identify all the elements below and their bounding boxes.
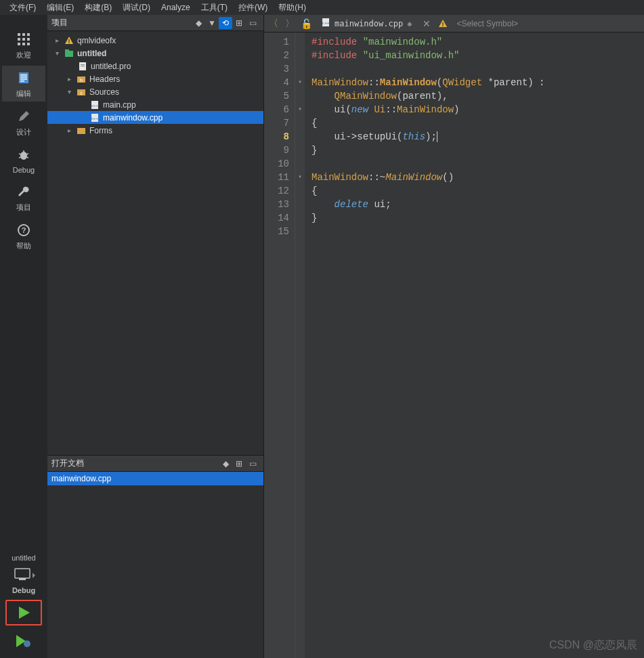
split-icon[interactable]: ⊞ — [232, 458, 246, 470]
pencil-icon — [16, 108, 32, 125]
split-icon[interactable]: ⊞ — [232, 17, 246, 29]
tree-label: Forms — [89, 126, 112, 135]
lock-icon[interactable]: 🔓 — [299, 17, 313, 30]
svg-rect-10 — [20, 74, 27, 76]
svg-rect-34 — [81, 66, 85, 66]
tree-item-sources[interactable]: ▾ c Sources — [47, 85, 263, 98]
svg-text:!: ! — [68, 38, 70, 45]
document-icon — [16, 70, 32, 86]
open-docs-header: 打开文档 ◆ ⊞ ▭ — [47, 456, 263, 472]
svg-rect-4 — [22, 38, 25, 41]
menu-build[interactable]: 构建(B) — [81, 1, 116, 15]
project-tree[interactable]: ▸ ! qmlvideofx ▾ untitled untitled.pro ▸… — [47, 31, 263, 455]
mode-project-label: 项目 — [16, 202, 31, 213]
editor-body[interactable]: 123456789101112131415 ▾▾▾ #include "main… — [264, 32, 644, 658]
tree-item-maincpp[interactable]: c++ main.cpp — [47, 98, 263, 111]
wrench-icon — [16, 183, 32, 200]
mode-design[interactable]: 设计 — [2, 104, 45, 140]
mode-design-label: 设计 — [16, 127, 31, 137]
tree-item-headers[interactable]: ▸ h Headers — [47, 72, 263, 85]
menu-edit[interactable]: 编辑(E) — [43, 1, 78, 15]
menu-help[interactable]: 帮助(H) — [274, 1, 310, 15]
tree-label: qmlvideofx — [77, 36, 116, 45]
panel-dropdown-icon[interactable]: ◆ — [192, 17, 205, 29]
side-panel: 项目 ◆ ▼ ⟲ ⊞ ▭ ▸ ! qmlvideofx ▾ untitled — [47, 15, 264, 658]
mode-debug[interactable]: Debug — [2, 143, 45, 177]
collapse-arrow-icon[interactable]: ▾ — [65, 88, 73, 95]
main-area: 欢迎 编辑 设计 Debug 项目 ? — [0, 15, 644, 658]
mode-welcome[interactable]: 欢迎 — [2, 27, 45, 63]
nav-back-icon[interactable]: 〈 — [267, 17, 280, 30]
warning-icon: ! — [64, 35, 74, 46]
collapse-arrow-icon[interactable]: ▾ — [53, 49, 61, 57]
svg-line-16 — [19, 154, 21, 154]
close-panel-icon[interactable]: ▭ — [246, 458, 259, 470]
cpp-file-icon: c++ — [89, 112, 100, 123]
svg-point-14 — [20, 152, 27, 160]
link-icon[interactable]: ⟲ — [219, 17, 232, 29]
svg-rect-31 — [65, 49, 69, 51]
tree-item-pro[interactable]: untitled.pro — [47, 60, 263, 72]
cpp-file-icon: c++ — [321, 18, 330, 29]
menubar: 文件(F) 编辑(E) 构建(B) 调试(D) Analyze 工具(T) 控件… — [0, 0, 644, 15]
tree-label: untitled — [77, 49, 106, 58]
editor-file-name: mainwindow.cpp — [335, 19, 403, 28]
menu-tools[interactable]: 工具(T) — [197, 1, 232, 15]
menu-file[interactable]: 文件(F) — [5, 1, 40, 15]
tree-label: Headers — [89, 74, 120, 84]
expand-arrow-icon[interactable]: ▸ — [65, 75, 73, 83]
mode-edit[interactable]: 编辑 — [2, 66, 45, 102]
open-docs-list[interactable]: mainwindow.cpp — [47, 472, 263, 658]
file-icon — [77, 61, 88, 72]
expand-arrow-icon[interactable]: ▸ — [53, 37, 61, 44]
menu-widgets[interactable]: 控件(W) — [234, 1, 272, 15]
mode-help[interactable]: ? 帮助 — [2, 218, 45, 254]
svg-text:c++: c++ — [91, 104, 99, 108]
run-debug-button[interactable] — [5, 631, 42, 651]
svg-text:?: ? — [22, 226, 26, 234]
tree-label: mainwindow.cpp — [103, 113, 163, 123]
menu-analyze[interactable]: Analyze — [157, 1, 194, 14]
code-area[interactable]: #include "mainwindow.h"#include "ui_main… — [305, 32, 644, 658]
symbol-selector[interactable]: <Select Symbol> — [452, 19, 522, 28]
kit-selector-area: untitled Debug — [0, 554, 47, 658]
filter-icon[interactable]: ▼ — [205, 17, 219, 29]
dropdown-icon: ◆ — [407, 19, 412, 28]
svg-rect-9 — [19, 72, 28, 83]
open-doc-label: mainwindow.cpp — [51, 474, 111, 483]
svg-rect-30 — [65, 51, 73, 57]
tree-item-qmlvideofx[interactable]: ▸ ! qmlvideofx — [47, 34, 263, 47]
open-doc-item[interactable]: mainwindow.cpp — [47, 472, 263, 485]
line-number-gutter: 123456789101112131415 — [264, 32, 295, 658]
tree-item-mainwindowcpp[interactable]: c++ mainwindow.cpp — [47, 111, 263, 124]
svg-rect-23 — [19, 578, 26, 580]
editor-file-selector[interactable]: c++ mainwindow.cpp ◆ — [316, 18, 417, 29]
mode-project[interactable]: 项目 — [2, 179, 45, 215]
tree-label: main.cpp — [103, 100, 136, 110]
svg-rect-7 — [22, 43, 25, 45]
open-docs-title: 打开文档 — [51, 458, 219, 469]
project-panel-title: 项目 — [51, 17, 192, 28]
question-icon: ? — [16, 222, 32, 238]
kit-project-name: untitled — [12, 554, 35, 562]
folder-c-icon: c — [76, 87, 87, 97]
close-panel-icon[interactable]: ▭ — [246, 17, 259, 29]
warning-icon[interactable]: ! — [436, 17, 450, 30]
svg-point-27 — [24, 640, 30, 647]
play-icon — [16, 605, 31, 620]
mode-welcome-label: 欢迎 — [16, 50, 31, 60]
tree-item-forms[interactable]: ▸ Forms — [47, 124, 263, 137]
cpp-file-icon: c++ — [89, 100, 100, 110]
tree-item-untitled[interactable]: ▾ untitled — [47, 47, 263, 60]
nav-forward-icon[interactable]: 〉 — [283, 17, 297, 30]
panel-dropdown-icon[interactable]: ◆ — [219, 458, 232, 470]
expand-arrow-icon[interactable]: ▸ — [65, 127, 73, 134]
close-file-icon[interactable]: ✕ — [420, 17, 433, 30]
menu-debug[interactable]: 调试(D) — [119, 1, 154, 15]
svg-text:c++: c++ — [91, 116, 99, 120]
svg-text:!: ! — [442, 21, 444, 28]
svg-rect-0 — [18, 33, 20, 36]
fold-gutter[interactable]: ▾▾▾ — [295, 32, 305, 658]
kit-selector[interactable] — [10, 565, 37, 584]
run-button[interactable] — [5, 600, 42, 626]
